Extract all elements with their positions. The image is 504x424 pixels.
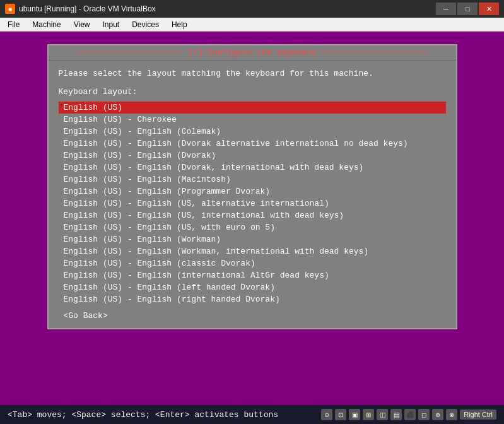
minimize-button[interactable]: ─ xyxy=(436,3,456,15)
tray-icon-3[interactable]: ▣ xyxy=(349,409,360,420)
window-controls: ─ □ ✕ xyxy=(436,3,499,15)
statusbar: <Tab> moves; <Space> selects; <Enter> ac… xyxy=(0,405,504,424)
menubar-item-devices[interactable]: Devices xyxy=(127,19,164,30)
list-item[interactable]: English (US) - English (classic Dvorak) xyxy=(59,257,446,269)
list-item[interactable]: English (US) - Cherokee xyxy=(59,114,446,126)
list-item[interactable]: English (US) - English (left handed Dvor… xyxy=(59,281,446,293)
list-item[interactable]: English (US) - English (US, with euro on… xyxy=(59,221,446,233)
dialog-title: ────────────────────── [!] Configure the… xyxy=(49,45,456,61)
dialog-description: Please select the layout matching the ke… xyxy=(59,68,446,80)
list-item[interactable]: English (US) - English (Dvorak, internat… xyxy=(59,162,446,174)
list-item[interactable]: English (US) xyxy=(59,102,446,114)
statusbar-right: ⊙ ⊡ ▣ ⊞ ◫ ▤ ⬛ ◻ ⊕ ⊗ Right Ctrl xyxy=(321,409,496,420)
dialog-title-decoration-left: ────────────────────── xyxy=(75,48,188,57)
dialog-title-text: [!] Configure the keyboard xyxy=(188,48,316,57)
list-item[interactable]: English (US) - English (Macintosh) xyxy=(59,174,446,186)
list-item[interactable]: English (US) - English (Programmer Dvora… xyxy=(59,186,446,197)
list-item[interactable]: English (US) - English (right handed Dvo… xyxy=(59,293,446,303)
tray-icon-2[interactable]: ⊡ xyxy=(335,409,346,420)
tray-icon-8[interactable]: ◻ xyxy=(418,409,430,420)
tray-icon-7[interactable]: ⬛ xyxy=(404,409,416,420)
tray-icon-5[interactable]: ◫ xyxy=(377,409,388,420)
tray-icon-1[interactable]: ⊙ xyxy=(321,409,332,420)
titlebar: ■ ubuntu [Running] - Oracle VM VirtualBo… xyxy=(0,0,504,18)
list-item[interactable]: English (US) - English (US, alternative … xyxy=(59,197,446,209)
list-item[interactable]: English (US) - English (Dvorak alternati… xyxy=(59,138,446,150)
vm-area: ────────────────────── [!] Configure the… xyxy=(0,32,504,405)
tray-icon-9[interactable]: ⊕ xyxy=(432,409,443,420)
maximize-button[interactable]: □ xyxy=(457,3,478,15)
menubar: FileMachineViewInputDevicesHelp xyxy=(0,18,504,32)
dialog-title-decoration-right: ────────────────────── xyxy=(316,48,429,57)
menubar-item-file[interactable]: File xyxy=(3,19,25,30)
list-item[interactable]: English (US) - English (Workman) xyxy=(59,233,446,245)
window-title: ubuntu [Running] - Oracle VM VirtualBox xyxy=(19,4,432,13)
menubar-item-view[interactable]: View xyxy=(69,19,95,30)
menubar-item-input[interactable]: Input xyxy=(98,19,125,30)
right-ctrl-badge: Right Ctrl xyxy=(460,409,496,420)
go-back-button[interactable]: <Go Back> xyxy=(59,311,446,321)
statusbar-text: <Tab> moves; <Space> selects; <Enter> ac… xyxy=(8,410,321,420)
list-item[interactable]: English (US) - English (international Al… xyxy=(59,269,446,281)
list-item[interactable]: English (US) - English (Colemak) xyxy=(59,126,446,138)
keyboard-layout-list[interactable]: English (US)English (US) - CherokeeEngli… xyxy=(59,102,446,303)
menubar-item-help[interactable]: Help xyxy=(167,19,192,30)
close-button[interactable]: ✕ xyxy=(479,3,499,15)
list-item[interactable]: English (US) - English (Dvorak) xyxy=(59,150,446,162)
keyboard-layout-label: Keyboard layout: xyxy=(59,87,446,97)
keyboard-config-dialog: ────────────────────── [!] Configure the… xyxy=(47,44,457,329)
app-icon: ■ xyxy=(5,4,15,14)
tray-icon-6[interactable]: ▤ xyxy=(390,409,402,420)
tray-icon-4[interactable]: ⊞ xyxy=(363,409,374,420)
tray-icon-10[interactable]: ⊗ xyxy=(446,409,457,420)
list-item[interactable]: English (US) - English (US, internationa… xyxy=(59,209,446,221)
menubar-item-machine[interactable]: Machine xyxy=(27,19,66,30)
list-item[interactable]: English (US) - English (Workman, interna… xyxy=(59,245,446,257)
dialog-body: Please select the layout matching the ke… xyxy=(49,61,456,328)
